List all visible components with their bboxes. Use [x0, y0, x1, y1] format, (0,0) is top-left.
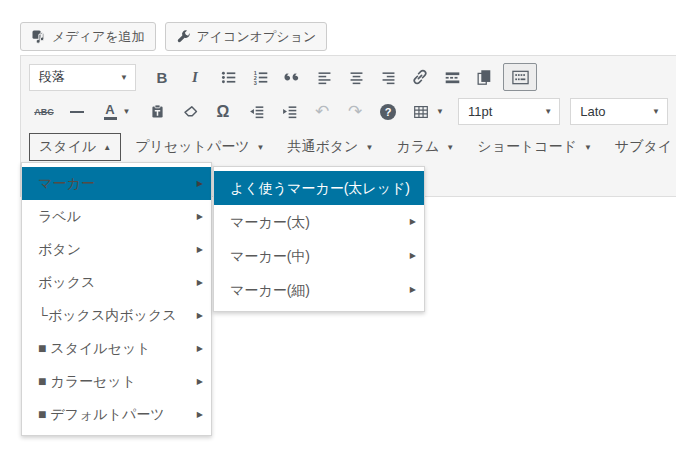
preset-parts-label: プリセットパーツ: [135, 138, 249, 156]
strikethrough-icon: ABC: [34, 107, 54, 117]
submenu-arrow-icon: ▶: [197, 299, 203, 332]
help-icon: ?: [380, 104, 396, 120]
align-left-button[interactable]: [309, 64, 339, 90]
wrench-icon: [176, 29, 191, 44]
read-more-button[interactable]: [437, 64, 467, 90]
submenu-arrow-icon: ▶: [197, 398, 203, 431]
indent-icon: [281, 103, 298, 120]
submenu-arrow-icon: ▶: [197, 200, 203, 233]
style-menu-label: スタイル: [39, 138, 96, 156]
submenu-arrow-icon: ▶: [197, 266, 203, 299]
subtitle-edit-button[interactable]: サブタイトル編集: [606, 134, 676, 160]
menu-item-label: ラベル: [38, 208, 81, 224]
link-button[interactable]: [405, 64, 435, 90]
submenu-item-marker-bold[interactable]: マーカー(太) ▶: [214, 205, 424, 239]
align-center-button[interactable]: [341, 64, 371, 90]
common-buttons-button[interactable]: 共通ボタン ▼: [278, 134, 382, 160]
italic-icon: I: [192, 69, 198, 86]
columns-label: カラム: [396, 138, 439, 156]
bold-button[interactable]: B: [147, 64, 177, 90]
menu-item-label: ■ カラーセット: [38, 373, 136, 389]
bullet-list-button[interactable]: [213, 64, 243, 90]
font-family-value: Lato: [580, 104, 605, 119]
menu-item-style-set[interactable]: ■ スタイルセット ▶: [22, 332, 211, 365]
menu-item-box[interactable]: ボックス ▶: [22, 266, 211, 299]
toolbar-toggle-button[interactable]: [503, 63, 537, 91]
chevron-down-icon: ▼: [257, 143, 265, 152]
text-color-button[interactable]: A ▼: [95, 99, 139, 125]
menu-item-label: ボックス: [38, 274, 95, 290]
chevron-up-icon: ▲: [103, 143, 111, 152]
submenu-arrow-icon: ▶: [410, 239, 416, 273]
blockquote-icon: [283, 68, 301, 86]
remove-format-button[interactable]: [175, 99, 205, 125]
media-icon: [31, 29, 46, 44]
menu-item-label: マーカー: [38, 175, 95, 191]
paragraph-format-select[interactable]: 段落 ▼: [29, 64, 136, 91]
submenu-arrow-icon: ▶: [197, 365, 203, 398]
table-button[interactable]: ▼: [406, 99, 450, 125]
horizontal-rule-button[interactable]: [62, 99, 92, 125]
chevron-down-icon: ▼: [365, 143, 373, 152]
submenu-arrow-icon: ▶: [410, 273, 416, 307]
align-left-icon: [316, 69, 333, 86]
shortcode-button[interactable]: ショートコード ▼: [468, 134, 601, 160]
font-family-select[interactable]: Lato ▼: [570, 98, 668, 125]
columns-button[interactable]: カラム ▼: [387, 134, 463, 160]
add-media-button[interactable]: メディアを追加: [20, 22, 156, 51]
outdent-button[interactable]: [241, 99, 271, 125]
horizontal-rule-icon: [70, 111, 84, 113]
indent-button[interactable]: [274, 99, 304, 125]
add-media-label: メディアを追加: [52, 28, 145, 46]
blockquote-button[interactable]: [277, 64, 307, 90]
menu-item-marker[interactable]: マーカー ▶: [22, 167, 211, 200]
submenu-item-favorite-marker-bold-red[interactable]: よく使うマーカー(太レッド): [214, 171, 424, 205]
menu-item-default-parts[interactable]: ■ デフォルトパーツ ▶: [22, 398, 211, 431]
font-size-select[interactable]: 11pt ▼: [458, 98, 560, 125]
menu-item-label: └ボックス内ボックス: [38, 307, 177, 323]
style-menu-button[interactable]: スタイル ▲: [29, 133, 121, 161]
strikethrough-button[interactable]: ABC: [29, 99, 59, 125]
submenu-arrow-icon: ▶: [197, 332, 203, 365]
menu-item-label-style[interactable]: ラベル ▶: [22, 200, 211, 233]
paste-as-text-button[interactable]: [142, 99, 172, 125]
help-button[interactable]: ?: [373, 99, 403, 125]
redo-button[interactable]: ↷: [340, 99, 370, 125]
shortcode-label: ショートコード: [477, 138, 577, 156]
icon-options-button[interactable]: アイコンオプション: [165, 22, 328, 51]
svg-text:3: 3: [253, 80, 256, 86]
toolbar-row-3: スタイル ▲ プリセットパーツ ▼ 共通ボタン ▼ カラム ▼ ショートコード …: [21, 128, 676, 166]
numbered-list-button[interactable]: 1 2 3: [245, 64, 275, 90]
submenu-arrow-icon: ▶: [410, 205, 416, 239]
distraction-free-icon: [475, 68, 493, 86]
text-color-icon: A: [104, 103, 117, 120]
undo-icon: ↶: [315, 103, 329, 120]
toolbar-toggle-icon: [511, 68, 530, 87]
chevron-down-icon: ▼: [436, 107, 444, 116]
menu-item-label: ■ デフォルトパーツ: [38, 406, 165, 422]
bold-icon: B: [157, 69, 168, 86]
eraser-icon: [182, 103, 199, 120]
italic-button[interactable]: I: [180, 64, 210, 90]
menu-item-label: ボタン: [38, 241, 81, 257]
menu-item-color-set[interactable]: ■ カラーセット ▶: [22, 365, 211, 398]
font-size-value: 11pt: [468, 104, 492, 119]
preset-parts-button[interactable]: プリセットパーツ ▼: [126, 134, 273, 160]
submenu-item-marker-medium[interactable]: マーカー(中) ▶: [214, 239, 424, 273]
align-center-icon: [348, 69, 365, 86]
toolbar-row-2: ABC A ▼ Ω: [21, 95, 676, 128]
menu-item-button-style[interactable]: ボタン ▶: [22, 233, 211, 266]
icon-options-label: アイコンオプション: [197, 28, 317, 46]
special-char-button[interactable]: Ω: [208, 99, 238, 125]
redo-icon: ↷: [348, 103, 362, 120]
submenu-item-marker-thin[interactable]: マーカー(細) ▶: [214, 273, 424, 307]
undo-button[interactable]: ↶: [307, 99, 337, 125]
distraction-free-button[interactable]: [469, 64, 499, 90]
chevron-down-icon: ▼: [446, 143, 454, 152]
common-buttons-label: 共通ボタン: [287, 138, 358, 156]
bullet-list-icon: [220, 69, 237, 86]
submenu-item-label: マーカー(太): [230, 214, 310, 230]
menu-item-box-in-box[interactable]: └ボックス内ボックス ▶: [22, 299, 211, 332]
toolbar-row-1: 段落 ▼ B I 1 2 3: [21, 56, 676, 95]
align-right-button[interactable]: [373, 64, 403, 90]
